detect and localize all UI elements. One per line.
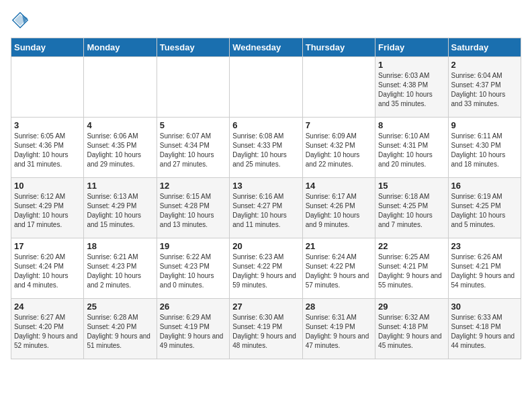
day-info: Sunrise: 6:05 AMSunset: 4:36 PMDaylight:… bbox=[14, 132, 81, 169]
calendar-cell: 27Sunrise: 6:30 AMSunset: 4:19 PMDayligh… bbox=[230, 299, 302, 359]
calendar-cell bbox=[84, 57, 157, 118]
day-info: Sunrise: 6:20 AMSunset: 4:24 PMDaylight:… bbox=[14, 253, 81, 290]
calendar-cell bbox=[302, 57, 375, 118]
day-info: Sunrise: 6:07 AMSunset: 4:34 PMDaylight:… bbox=[160, 132, 226, 169]
day-info: Sunrise: 6:33 AMSunset: 4:18 PMDaylight:… bbox=[451, 313, 518, 351]
calendar-cell bbox=[11, 57, 84, 118]
day-info: Sunrise: 6:17 AMSunset: 4:26 PMDaylight:… bbox=[306, 192, 372, 230]
calendar-header: SundayMondayTuesdayWednesdayThursdayFrid… bbox=[11, 38, 521, 57]
day-number: 29 bbox=[378, 302, 445, 312]
calendar-table: SundayMondayTuesdayWednesdayThursdayFrid… bbox=[11, 38, 521, 359]
calendar-cell: 16Sunrise: 6:19 AMSunset: 4:25 PMDayligh… bbox=[448, 178, 521, 238]
day-number: 17 bbox=[14, 241, 81, 251]
logo bbox=[11, 11, 32, 30]
day-number: 21 bbox=[306, 241, 372, 251]
weekday-header: Saturday bbox=[448, 38, 521, 57]
day-number: 20 bbox=[232, 241, 299, 251]
calendar-cell: 9Sunrise: 6:11 AMSunset: 4:30 PMDaylight… bbox=[448, 118, 521, 178]
calendar-cell bbox=[157, 57, 229, 118]
calendar-cell: 2Sunrise: 6:04 AMSunset: 4:37 PMDaylight… bbox=[448, 57, 521, 118]
weekday-header: Wednesday bbox=[230, 38, 302, 57]
day-info: Sunrise: 6:09 AMSunset: 4:32 PMDaylight:… bbox=[306, 132, 372, 169]
day-info: Sunrise: 6:16 AMSunset: 4:27 PMDaylight:… bbox=[232, 192, 299, 230]
calendar-week-row: 1Sunrise: 6:03 AMSunset: 4:38 PMDaylight… bbox=[11, 57, 521, 118]
day-number: 27 bbox=[232, 302, 299, 312]
day-number: 28 bbox=[306, 302, 372, 312]
page-header bbox=[11, 11, 521, 30]
calendar-cell: 4Sunrise: 6:06 AMSunset: 4:35 PMDaylight… bbox=[84, 118, 157, 178]
calendar-cell bbox=[230, 57, 302, 118]
calendar-cell: 14Sunrise: 6:17 AMSunset: 4:26 PMDayligh… bbox=[302, 178, 375, 238]
calendar-cell: 1Sunrise: 6:03 AMSunset: 4:38 PMDaylight… bbox=[375, 57, 448, 118]
calendar-cell: 21Sunrise: 6:24 AMSunset: 4:22 PMDayligh… bbox=[302, 238, 375, 299]
day-number: 26 bbox=[160, 302, 226, 312]
calendar-cell: 5Sunrise: 6:07 AMSunset: 4:34 PMDaylight… bbox=[157, 118, 229, 178]
weekday-row: SundayMondayTuesdayWednesdayThursdayFrid… bbox=[11, 38, 521, 57]
calendar-cell: 20Sunrise: 6:23 AMSunset: 4:22 PMDayligh… bbox=[230, 238, 302, 299]
day-number: 22 bbox=[378, 241, 445, 251]
calendar-cell: 28Sunrise: 6:31 AMSunset: 4:19 PMDayligh… bbox=[302, 299, 375, 359]
day-info: Sunrise: 6:08 AMSunset: 4:33 PMDaylight:… bbox=[232, 132, 299, 169]
logo-icon bbox=[11, 11, 30, 30]
calendar-cell: 8Sunrise: 6:10 AMSunset: 4:31 PMDaylight… bbox=[375, 118, 448, 178]
calendar-cell: 23Sunrise: 6:26 AMSunset: 4:21 PMDayligh… bbox=[448, 238, 521, 299]
day-number: 10 bbox=[14, 181, 81, 191]
day-number: 12 bbox=[160, 181, 226, 191]
day-number: 18 bbox=[87, 241, 153, 251]
day-info: Sunrise: 6:03 AMSunset: 4:38 PMDaylight:… bbox=[378, 71, 445, 109]
day-info: Sunrise: 6:11 AMSunset: 4:30 PMDaylight:… bbox=[451, 132, 518, 169]
day-info: Sunrise: 6:28 AMSunset: 4:20 PMDaylight:… bbox=[87, 313, 153, 351]
day-info: Sunrise: 6:24 AMSunset: 4:22 PMDaylight:… bbox=[306, 253, 372, 290]
calendar-cell: 10Sunrise: 6:12 AMSunset: 4:29 PMDayligh… bbox=[11, 178, 84, 238]
calendar-cell: 22Sunrise: 6:25 AMSunset: 4:21 PMDayligh… bbox=[375, 238, 448, 299]
day-number: 16 bbox=[451, 181, 518, 191]
calendar-cell: 25Sunrise: 6:28 AMSunset: 4:20 PMDayligh… bbox=[84, 299, 157, 359]
day-info: Sunrise: 6:30 AMSunset: 4:19 PMDaylight:… bbox=[232, 313, 299, 351]
weekday-header: Monday bbox=[84, 38, 157, 57]
day-info: Sunrise: 6:32 AMSunset: 4:18 PMDaylight:… bbox=[378, 313, 445, 351]
calendar-body: 1Sunrise: 6:03 AMSunset: 4:38 PMDaylight… bbox=[11, 57, 521, 359]
day-info: Sunrise: 6:06 AMSunset: 4:35 PMDaylight:… bbox=[87, 132, 153, 169]
day-number: 13 bbox=[232, 181, 299, 191]
day-info: Sunrise: 6:10 AMSunset: 4:31 PMDaylight:… bbox=[378, 132, 445, 169]
day-info: Sunrise: 6:19 AMSunset: 4:25 PMDaylight:… bbox=[451, 192, 518, 230]
weekday-header: Sunday bbox=[11, 38, 84, 57]
calendar-week-row: 17Sunrise: 6:20 AMSunset: 4:24 PMDayligh… bbox=[11, 238, 521, 299]
calendar-week-row: 3Sunrise: 6:05 AMSunset: 4:36 PMDaylight… bbox=[11, 118, 521, 178]
day-number: 19 bbox=[160, 241, 226, 251]
calendar-cell: 13Sunrise: 6:16 AMSunset: 4:27 PMDayligh… bbox=[230, 178, 302, 238]
day-number: 8 bbox=[378, 120, 445, 130]
day-info: Sunrise: 6:18 AMSunset: 4:25 PMDaylight:… bbox=[378, 192, 445, 230]
day-number: 9 bbox=[451, 120, 518, 130]
weekday-header: Friday bbox=[375, 38, 448, 57]
day-number: 11 bbox=[87, 181, 153, 191]
day-number: 6 bbox=[232, 120, 299, 130]
calendar-cell: 15Sunrise: 6:18 AMSunset: 4:25 PMDayligh… bbox=[375, 178, 448, 238]
weekday-header: Tuesday bbox=[157, 38, 229, 57]
calendar-week-row: 10Sunrise: 6:12 AMSunset: 4:29 PMDayligh… bbox=[11, 178, 521, 238]
day-info: Sunrise: 6:27 AMSunset: 4:20 PMDaylight:… bbox=[14, 313, 81, 351]
day-info: Sunrise: 6:21 AMSunset: 4:23 PMDaylight:… bbox=[87, 253, 153, 290]
day-number: 15 bbox=[378, 181, 445, 191]
calendar-cell: 19Sunrise: 6:22 AMSunset: 4:23 PMDayligh… bbox=[157, 238, 229, 299]
day-info: Sunrise: 6:12 AMSunset: 4:29 PMDaylight:… bbox=[14, 192, 81, 230]
day-number: 14 bbox=[306, 181, 372, 191]
day-info: Sunrise: 6:23 AMSunset: 4:22 PMDaylight:… bbox=[232, 253, 299, 290]
day-info: Sunrise: 6:04 AMSunset: 4:37 PMDaylight:… bbox=[451, 71, 518, 109]
calendar-cell: 11Sunrise: 6:13 AMSunset: 4:29 PMDayligh… bbox=[84, 178, 157, 238]
day-number: 4 bbox=[87, 120, 153, 130]
calendar-cell: 12Sunrise: 6:15 AMSunset: 4:28 PMDayligh… bbox=[157, 178, 229, 238]
calendar-cell: 18Sunrise: 6:21 AMSunset: 4:23 PMDayligh… bbox=[84, 238, 157, 299]
calendar-cell: 6Sunrise: 6:08 AMSunset: 4:33 PMDaylight… bbox=[230, 118, 302, 178]
weekday-header: Thursday bbox=[302, 38, 375, 57]
calendar-week-row: 24Sunrise: 6:27 AMSunset: 4:20 PMDayligh… bbox=[11, 299, 521, 359]
calendar-cell: 29Sunrise: 6:32 AMSunset: 4:18 PMDayligh… bbox=[375, 299, 448, 359]
day-info: Sunrise: 6:22 AMSunset: 4:23 PMDaylight:… bbox=[160, 253, 226, 290]
calendar-cell: 3Sunrise: 6:05 AMSunset: 4:36 PMDaylight… bbox=[11, 118, 84, 178]
day-number: 1 bbox=[378, 60, 445, 70]
day-info: Sunrise: 6:15 AMSunset: 4:28 PMDaylight:… bbox=[160, 192, 226, 230]
day-number: 30 bbox=[451, 302, 518, 312]
day-number: 23 bbox=[451, 241, 518, 251]
day-number: 25 bbox=[87, 302, 153, 312]
calendar-cell: 26Sunrise: 6:29 AMSunset: 4:19 PMDayligh… bbox=[157, 299, 229, 359]
